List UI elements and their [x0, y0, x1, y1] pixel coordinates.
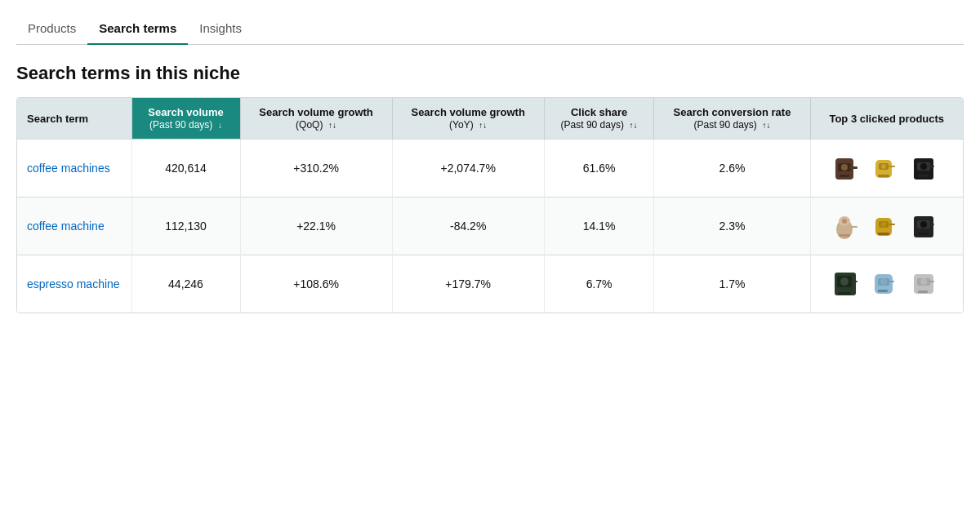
col-header-conv-rate[interactable]: Search conversion rate (Past 90 days) ↑↓ [654, 98, 810, 140]
vol-growth-qoq-cell: +108.6% [240, 255, 392, 313]
svg-rect-34 [838, 292, 851, 295]
product-thumbnails [821, 151, 953, 185]
search-term-cell[interactable]: coffee machines [17, 140, 131, 197]
svg-point-32 [840, 277, 849, 286]
click-share-cell: 6.7% [544, 255, 654, 313]
svg-rect-24 [878, 233, 889, 235]
svg-point-27 [920, 221, 927, 228]
product-thumbnails [821, 209, 953, 243]
svg-rect-8 [889, 166, 895, 167]
svg-rect-9 [878, 175, 889, 177]
svg-rect-14 [918, 175, 929, 177]
svg-rect-19 [839, 234, 850, 237]
svg-point-12 [920, 163, 927, 170]
tabs-bar: Products Search terms Insights [16, 0, 964, 45]
svg-rect-29 [918, 233, 929, 235]
sort-icon-yoy: ↑↓ [479, 121, 487, 130]
vol-growth-yoy-cell: +179.7% [392, 255, 544, 313]
vol-growth-qoq-cell: +22.1% [240, 197, 392, 255]
vol-growth-qoq-cell: +310.2% [240, 140, 392, 197]
search-term-cell[interactable]: coffee machine [17, 197, 131, 255]
sort-icon-volume: ↓ [218, 121, 222, 130]
table-row: coffee machines420,614+310.2%+2,074.7%61… [17, 140, 963, 197]
svg-rect-23 [889, 224, 895, 225]
table-row: coffee machine112,130+22.1%-84.2%14.1%2.… [17, 197, 963, 255]
sort-icon-click-share: ↑↓ [630, 121, 638, 130]
section-title: Search terms in this niche [16, 63, 964, 84]
svg-rect-38 [889, 281, 894, 282]
vol-growth-yoy-cell: -84.2% [392, 197, 544, 255]
search-terms-table: Search term Search volume (Past 90 days)… [16, 97, 964, 313]
search-volume-cell: 44,246 [131, 255, 240, 313]
svg-point-22 [881, 222, 886, 227]
product-thumb-2[interactable] [870, 151, 904, 185]
product-thumb-2[interactable] [870, 267, 904, 301]
svg-rect-13 [929, 166, 934, 167]
svg-point-2 [841, 164, 848, 171]
col-header-vol-growth-yoy[interactable]: Search volume growth (YoY) ↑↓ [392, 98, 544, 140]
svg-rect-43 [929, 281, 934, 282]
col-header-vol-growth-qoq[interactable]: Search volume growth (QoQ) ↑↓ [240, 98, 392, 140]
product-thumb-3[interactable] [909, 267, 943, 301]
tab-products[interactable]: Products [16, 15, 87, 45]
search-volume-cell: 112,130 [131, 197, 240, 255]
svg-rect-28 [929, 224, 934, 225]
vol-growth-yoy-cell: +2,074.7% [392, 140, 544, 197]
svg-rect-4 [840, 175, 849, 177]
table-row: espresso machine44,246+108.6%+179.7%6.7%… [17, 255, 963, 313]
conv-rate-cell: 1.7% [654, 255, 810, 313]
svg-rect-18 [851, 226, 858, 228]
product-thumbnails [821, 267, 953, 301]
product-thumb-3[interactable] [909, 209, 943, 243]
conv-rate-cell: 2.3% [654, 197, 810, 255]
col-header-search-term[interactable]: Search term [17, 98, 131, 140]
svg-point-37 [880, 278, 887, 285]
svg-point-7 [881, 164, 886, 169]
svg-rect-44 [918, 290, 928, 293]
svg-point-17 [842, 219, 847, 224]
col-header-top-clicked: Top 3 clicked products [810, 98, 963, 140]
col-header-click-share[interactable]: Click share (Past 90 days) ↑↓ [544, 98, 654, 140]
tab-insights[interactable]: Insights [188, 15, 253, 45]
product-thumb-2[interactable] [870, 209, 904, 243]
product-thumb-1[interactable] [831, 209, 865, 243]
top-clicked-products-cell [810, 140, 963, 197]
search-term-cell[interactable]: espresso machine [17, 255, 131, 313]
table-header-row: Search term Search volume (Past 90 days)… [17, 98, 963, 140]
click-share-cell: 61.6% [544, 140, 654, 197]
page-wrapper: Products Search terms Insights Search te… [0, 0, 980, 330]
top-clicked-products-cell [810, 197, 963, 255]
svg-rect-33 [851, 281, 858, 282]
product-thumb-1[interactable] [831, 151, 865, 185]
sort-icon-conv-rate: ↑↓ [762, 121, 770, 130]
sort-icon-qoq: ↑↓ [328, 121, 336, 130]
product-thumb-1[interactable] [831, 267, 865, 301]
svg-point-42 [920, 278, 927, 285]
conv-rate-cell: 2.6% [654, 140, 810, 197]
tab-search-terms[interactable]: Search terms [87, 15, 188, 45]
top-clicked-products-cell [810, 255, 963, 313]
svg-rect-3 [849, 166, 858, 169]
search-volume-cell: 420,614 [131, 140, 240, 197]
col-header-search-volume[interactable]: Search volume (Past 90 days) ↓ [131, 98, 240, 140]
product-thumb-3[interactable] [909, 151, 943, 185]
click-share-cell: 14.1% [544, 197, 654, 255]
svg-rect-39 [878, 290, 888, 292]
